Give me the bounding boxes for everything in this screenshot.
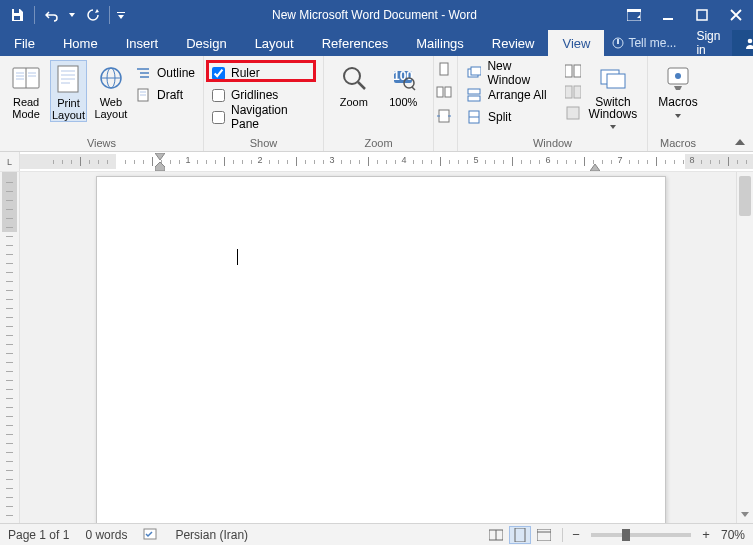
web-layout-button[interactable]: Web Layout xyxy=(93,60,129,120)
share-button[interactable]: Share xyxy=(732,30,753,56)
split-button[interactable]: Split xyxy=(466,106,555,128)
navigation-pane-checkbox[interactable]: Navigation Pane xyxy=(212,106,315,128)
word-count[interactable]: 0 words xyxy=(85,528,127,542)
one-page-icon[interactable] xyxy=(436,62,452,81)
multiple-pages-icon[interactable] xyxy=(436,85,452,104)
text-cursor xyxy=(237,249,238,265)
svg-rect-46 xyxy=(565,65,572,77)
web-layout-view-icon[interactable] xyxy=(533,526,555,544)
tab-review[interactable]: Review xyxy=(478,30,549,56)
read-mode-button[interactable]: Read Mode xyxy=(8,60,44,120)
tab-view[interactable]: View xyxy=(548,30,604,56)
svg-rect-39 xyxy=(439,110,449,122)
outline-button[interactable]: Outline xyxy=(135,62,195,84)
svg-rect-43 xyxy=(468,96,480,101)
read-mode-view-icon[interactable] xyxy=(485,526,507,544)
print-layout-view-icon[interactable] xyxy=(509,526,531,544)
svg-line-31 xyxy=(358,82,365,89)
tab-selector[interactable]: L xyxy=(0,152,20,171)
svg-text:100: 100 xyxy=(393,69,413,83)
vertical-ruler[interactable] xyxy=(0,172,20,523)
group-label-zoom: Zoom xyxy=(332,135,425,151)
svg-rect-1 xyxy=(14,16,20,20)
svg-point-54 xyxy=(675,73,681,79)
redo-icon[interactable] xyxy=(81,4,103,26)
tab-file[interactable]: File xyxy=(0,30,49,56)
scroll-thumb[interactable] xyxy=(739,176,751,216)
svg-rect-0 xyxy=(14,9,19,13)
page-width-icon[interactable] xyxy=(436,108,452,127)
group-label-views: Views xyxy=(8,135,195,151)
zoom-button[interactable]: Zoom xyxy=(332,60,376,108)
scroll-down-icon[interactable] xyxy=(737,506,753,523)
svg-rect-49 xyxy=(574,86,581,98)
ruler-checkbox[interactable]: Ruler xyxy=(212,62,260,84)
ribbon-display-options-icon[interactable] xyxy=(617,0,651,30)
page-number[interactable]: Page 1 of 1 xyxy=(8,528,69,542)
collapse-ribbon-icon[interactable] xyxy=(733,135,747,149)
tell-me[interactable]: Tell me... xyxy=(604,30,684,56)
macros-button[interactable]: Macros xyxy=(656,60,700,120)
svg-rect-58 xyxy=(515,528,525,542)
arrange-all-button[interactable]: Arrange All xyxy=(466,84,555,106)
zoom-out-icon[interactable]: − xyxy=(569,528,583,542)
zoom-slider[interactable] xyxy=(591,533,691,537)
svg-rect-7 xyxy=(617,39,619,44)
ribbon: Read Mode Print Layout Web Layout Outlin… xyxy=(0,56,753,152)
vertical-scrollbar[interactable] xyxy=(736,172,753,523)
undo-icon[interactable] xyxy=(41,4,63,26)
tab-references[interactable]: References xyxy=(308,30,402,56)
print-layout-button[interactable]: Print Layout xyxy=(50,60,87,122)
page[interactable] xyxy=(96,176,666,523)
svg-rect-48 xyxy=(565,86,572,98)
svg-rect-47 xyxy=(574,65,581,77)
tab-layout[interactable]: Layout xyxy=(241,30,308,56)
draft-button[interactable]: Draft xyxy=(135,84,195,106)
document-area[interactable] xyxy=(20,172,736,523)
view-side-by-side-icon[interactable] xyxy=(565,64,581,81)
svg-rect-37 xyxy=(437,87,443,97)
right-indent-marker[interactable] xyxy=(590,164,600,171)
minimize-icon[interactable] xyxy=(651,0,685,30)
svg-rect-42 xyxy=(468,89,480,94)
maximize-icon[interactable] xyxy=(685,0,719,30)
save-icon[interactable] xyxy=(6,4,28,26)
group-label-window: Window xyxy=(466,135,639,151)
svg-rect-52 xyxy=(607,74,625,88)
tab-design[interactable]: Design xyxy=(172,30,240,56)
titlebar: New Microsoft Word Document - Word xyxy=(0,0,753,30)
zoom-100-button[interactable]: 100 100% xyxy=(382,60,426,108)
hanging-indent-marker[interactable] xyxy=(155,162,165,171)
undo-dropdown-icon[interactable] xyxy=(67,4,77,26)
synchronous-scrolling-icon[interactable] xyxy=(565,85,581,102)
tab-insert[interactable]: Insert xyxy=(112,30,173,56)
tab-home[interactable]: Home xyxy=(49,30,112,56)
svg-point-8 xyxy=(748,39,753,44)
reset-window-position-icon[interactable] xyxy=(565,106,581,123)
group-label-show: Show xyxy=(212,135,315,151)
svg-rect-50 xyxy=(567,107,579,119)
close-icon[interactable] xyxy=(719,0,753,30)
switch-windows-button[interactable]: Switch Windows xyxy=(587,60,639,132)
spellcheck-icon[interactable] xyxy=(143,528,159,542)
ribbon-tabs: File Home Insert Design Layout Reference… xyxy=(0,30,753,56)
new-window-button[interactable]: New Window xyxy=(466,62,555,84)
window-title: New Microsoft Word Document - Word xyxy=(132,8,617,22)
svg-rect-5 xyxy=(697,10,707,20)
statusbar: Page 1 of 1 0 words Persian (Iran) − + 7… xyxy=(0,523,753,545)
language[interactable]: Persian (Iran) xyxy=(175,528,248,542)
svg-rect-41 xyxy=(471,67,481,75)
svg-rect-4 xyxy=(663,18,673,20)
svg-rect-3 xyxy=(627,9,641,12)
svg-line-35 xyxy=(412,87,415,90)
zoom-in-icon[interactable]: + xyxy=(699,528,713,542)
first-line-indent-marker[interactable] xyxy=(155,153,165,160)
tab-mailings[interactable]: Mailings xyxy=(402,30,478,56)
sign-in[interactable]: Sign in xyxy=(684,30,732,56)
svg-rect-59 xyxy=(537,529,551,541)
group-label-macros: Macros xyxy=(656,135,700,151)
horizontal-ruler[interactable]: L 12345678 xyxy=(0,152,753,172)
qat-customize-icon[interactable] xyxy=(116,4,126,26)
zoom-level[interactable]: 70% xyxy=(721,528,745,542)
svg-point-30 xyxy=(344,68,360,84)
